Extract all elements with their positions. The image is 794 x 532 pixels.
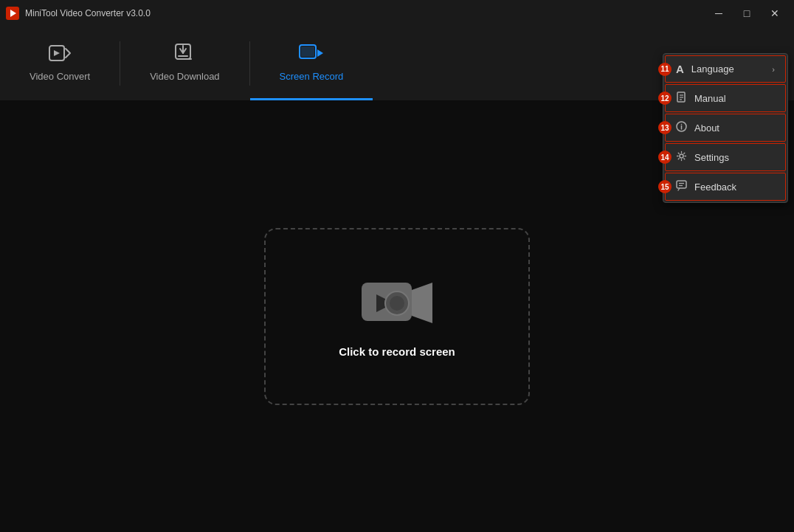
video-convert-icon (48, 43, 72, 66)
title-bar-controls: ─ □ ✕ (705, 3, 788, 24)
settings-icon (676, 151, 687, 164)
record-area[interactable]: Click to record screen (264, 228, 530, 405)
badge-settings: 14 (658, 151, 672, 164)
app-logo-icon (6, 7, 19, 20)
dropdown-menu: 11 A Language › 12 Manual 13 (663, 53, 788, 203)
dropdown-settings[interactable]: 14 Settings (665, 143, 786, 171)
screen-record-icon (298, 43, 325, 66)
feedback-icon (676, 180, 687, 193)
feedback-label: Feedback (694, 182, 775, 193)
svg-rect-8 (301, 46, 314, 57)
about-icon (676, 121, 687, 134)
language-icon: A (676, 63, 684, 75)
dropdown-feedback[interactable]: 15 Feedback (665, 173, 786, 201)
nav-screen-record-label: Screen Record (280, 71, 344, 82)
language-arrow: › (772, 65, 775, 74)
title-bar: MiniTool Video Converter v3.0.0 ─ □ ✕ (0, 0, 794, 27)
manual-icon (676, 91, 687, 105)
app-title: MiniTool Video Converter v3.0.0 (25, 8, 151, 18)
about-label: About (694, 122, 775, 134)
badge-feedback: 15 (658, 180, 672, 193)
settings-label: Settings (694, 152, 775, 163)
svg-point-19 (680, 154, 683, 158)
svg-point-18 (681, 124, 683, 125)
close-button[interactable]: ✕ (762, 3, 788, 24)
nav-video-convert-label: Video Convert (30, 71, 90, 82)
nav-screen-record[interactable]: Screen Record (250, 27, 373, 100)
record-cta-text: Click to record screen (339, 345, 455, 358)
maximize-button[interactable]: □ (733, 3, 760, 24)
badge-about: 13 (658, 121, 672, 134)
video-download-icon (173, 43, 196, 66)
badge-manual: 12 (658, 91, 672, 105)
nav-bar: Video Convert Video Download Screen Reco… (0, 27, 794, 100)
title-bar-left: MiniTool Video Converter v3.0.0 (6, 7, 151, 20)
nav-video-download[interactable]: Video Download (120, 27, 249, 100)
dropdown-language[interactable]: 11 A Language › (665, 55, 786, 83)
minimize-button[interactable]: ─ (705, 3, 732, 24)
svg-point-26 (390, 296, 404, 311)
nav-video-convert[interactable]: Video Convert (0, 27, 120, 100)
camera-icon (360, 275, 434, 331)
language-label: Language (691, 63, 764, 75)
manual-label: Manual (694, 93, 775, 104)
badge-language: 11 (658, 63, 672, 76)
dropdown-about[interactable]: 13 About (665, 114, 786, 142)
svg-rect-20 (677, 181, 686, 188)
dropdown-manual[interactable]: 12 Manual (665, 84, 786, 112)
nav-video-download-label: Video Download (150, 71, 219, 82)
